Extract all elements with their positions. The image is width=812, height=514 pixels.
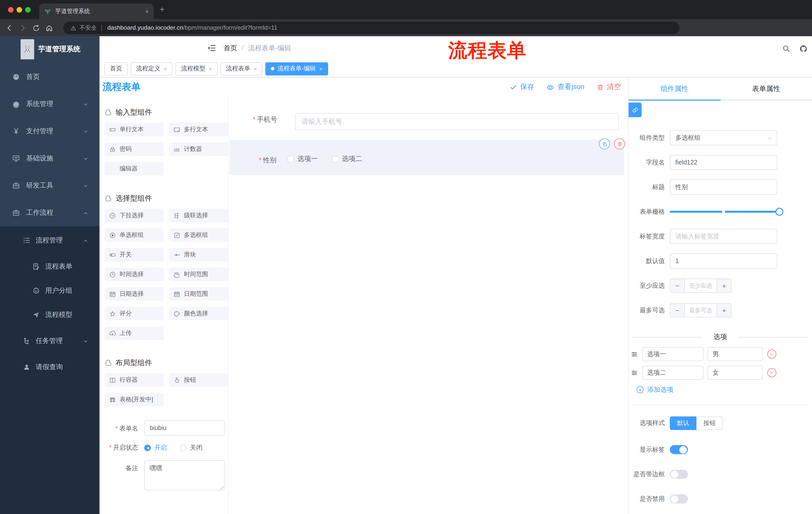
palette-item-多选框组[interactable]: 多选框组 <box>169 228 228 242</box>
palette-item-开关[interactable]: 开关 <box>105 248 164 262</box>
remove-option-button[interactable]: − <box>767 350 776 359</box>
github-icon[interactable] <box>799 44 808 53</box>
page-tab-流程定义[interactable]: 流程定义× <box>130 62 173 75</box>
sidebar-item-支付管理[interactable]: 支付管理 <box>0 118 99 145</box>
palette-item-时间选择[interactable]: 时间选择 <box>105 268 164 281</box>
forward-icon[interactable] <box>19 23 27 32</box>
sidebar-item-用户分组[interactable]: 用户分组 <box>0 279 99 303</box>
sidebar-item-系统管理[interactable]: 系统管理 <box>0 90 99 118</box>
sidebar-item-流程管理[interactable]: 流程管理 <box>0 226 99 254</box>
plus-button[interactable]: + <box>717 279 731 292</box>
palette-item-滑块[interactable]: 滑块 <box>169 248 228 262</box>
palette-item-下拉选择[interactable]: 下拉选择 <box>105 209 164 222</box>
max-select-input[interactable]: 最多可选 <box>685 304 717 317</box>
save-button[interactable]: 保存 <box>510 82 534 91</box>
option-label-input[interactable]: 选项一 <box>642 347 703 361</box>
palette-item-日期选择[interactable]: 日期选择 <box>105 287 164 301</box>
toggle-是否禁用[interactable] <box>670 494 688 504</box>
palette-item-时间范围[interactable]: 时间范围 <box>169 268 228 281</box>
window-minimize-button[interactable] <box>17 7 22 12</box>
clear-button[interactable]: 清空 <box>597 82 621 91</box>
home-icon[interactable] <box>45 23 53 32</box>
option-value-input[interactable]: 女 <box>707 366 763 380</box>
palette-item-密码[interactable]: 密码 <box>105 142 164 156</box>
gender-option-选项一[interactable]: 选项一 <box>287 154 318 163</box>
palette-item-单选框组[interactable]: 单选框组 <box>105 228 164 242</box>
palette-item-单行文本[interactable]: 单行文本 <box>105 123 164 136</box>
page-tab-流程表单[interactable]: 流程表单× <box>221 62 263 75</box>
window-close-button[interactable] <box>8 7 13 12</box>
browser-tab[interactable]: 芋道管理系统 × <box>39 3 154 19</box>
sidebar-item-流程模型[interactable]: 流程模型 <box>0 303 99 327</box>
palette-item-计数器[interactable]: 123计数器 <box>169 142 228 156</box>
tab-close-icon[interactable]: × <box>145 8 149 15</box>
slider-handle[interactable] <box>775 208 783 216</box>
palette-item-颜色选择[interactable]: 颜色选择 <box>169 307 228 320</box>
toggle-是否带边框[interactable] <box>670 470 688 479</box>
page-tab-流程模型[interactable]: 流程模型× <box>176 62 218 75</box>
link-tag-button[interactable] <box>629 103 642 117</box>
palette-item-编辑器[interactable]: 编辑器 <box>105 162 164 175</box>
default-value-input[interactable]: 1 <box>670 253 777 269</box>
sidebar-item-流程表单[interactable]: 流程表单 <box>0 254 99 279</box>
gender-option-选项二[interactable]: 选项二 <box>332 154 362 163</box>
palette-item-多行文本[interactable]: 多行文本 <box>169 123 228 136</box>
tab-close-icon[interactable]: × <box>164 65 167 72</box>
selected-component-row[interactable]: 性别 选项一选项二 <box>230 140 624 175</box>
form-name-input[interactable]: biubiu <box>144 421 225 436</box>
tab-form-props[interactable]: 表单属性 <box>720 77 812 101</box>
page-tab-首页[interactable]: 首页 <box>105 62 127 75</box>
minus-button[interactable]: − <box>670 304 685 317</box>
new-tab-button[interactable]: + <box>160 5 165 13</box>
copy-component-button[interactable] <box>599 138 610 150</box>
window-maximize-button[interactable] <box>25 7 31 12</box>
option-label-input[interactable]: 选项二 <box>642 366 703 380</box>
address-bar[interactable]: 不安全 | dashboard.yudao.iocoder.cn/bpm/man… <box>63 21 679 34</box>
reload-icon[interactable] <box>32 23 40 32</box>
tab-component-props[interactable]: 组件属性 <box>629 77 720 101</box>
palette-item-上传[interactable]: 上传 <box>105 326 164 340</box>
view-json-button[interactable]: 查看json <box>546 82 584 91</box>
label-width-input[interactable]: 请输入标签宽度 <box>670 229 777 244</box>
sidebar-item-研发工具[interactable]: 研发工具 <box>0 172 99 199</box>
sidebar-item-基础设施[interactable]: 基础设施 <box>0 145 99 172</box>
palette-item-表格[开发中][interactable]: 表格[开发中] <box>105 393 164 406</box>
phone-input[interactable]: 请输入手机号 <box>295 113 619 130</box>
sidebar-item-任务管理[interactable]: 任务管理 <box>0 327 99 355</box>
palette-item-日期范围[interactable]: 日期范围 <box>169 287 228 301</box>
add-option-link[interactable]: +添加选项 <box>637 385 812 395</box>
style-button-button[interactable]: 按钮 <box>696 416 723 430</box>
tab-close-icon[interactable]: × <box>319 65 323 72</box>
sidebar-fold-icon[interactable] <box>207 43 216 53</box>
status-radio-on[interactable]: 开启 <box>144 443 167 452</box>
back-icon[interactable] <box>5 23 13 32</box>
tab-close-icon[interactable]: × <box>209 65 212 72</box>
min-select-input[interactable]: 至少应选 <box>685 279 717 292</box>
form-remark-textarea[interactable]: 嘿嘿 <box>144 460 225 490</box>
component-type-select[interactable]: 多选框组 <box>670 130 777 145</box>
page-tab-流程表单-编辑[interactable]: 流程表单-编辑× <box>266 62 328 75</box>
option-value-input[interactable]: 男 <box>707 347 763 361</box>
palette-item-级联选择[interactable]: 级联选择 <box>169 209 228 222</box>
remove-option-button[interactable]: − <box>767 368 776 377</box>
field-name-input[interactable]: field122 <box>670 155 777 170</box>
palette-item-行容器[interactable]: 行容器 <box>105 373 164 387</box>
breadcrumb-home[interactable]: 首页 <box>224 44 237 53</box>
drag-handle-icon[interactable] <box>631 369 638 376</box>
search-icon[interactable] <box>782 44 790 53</box>
plus-button[interactable]: + <box>717 304 731 317</box>
delete-component-button[interactable] <box>614 138 625 150</box>
sidebar-item-工作流程[interactable]: 工作流程 <box>0 199 99 226</box>
status-radio-off[interactable]: 关闭 <box>180 443 203 452</box>
style-default-button[interactable]: 默认 <box>670 416 696 430</box>
title-input[interactable]: 性别 <box>670 180 777 195</box>
palette-item-评分[interactable]: 评分 <box>105 307 164 320</box>
grid-slider[interactable] <box>670 204 779 219</box>
drag-handle-icon[interactable] <box>631 350 638 358</box>
sidebar-item-请假查询[interactable]: 请假查询 <box>0 355 99 379</box>
sidebar-item-首页[interactable]: 首页 <box>0 63 99 90</box>
minus-button[interactable]: − <box>670 279 685 292</box>
tab-close-icon[interactable]: × <box>254 65 257 72</box>
toggle-显示标签[interactable] <box>670 445 688 454</box>
palette-item-按钮[interactable]: 按钮 <box>169 373 228 387</box>
